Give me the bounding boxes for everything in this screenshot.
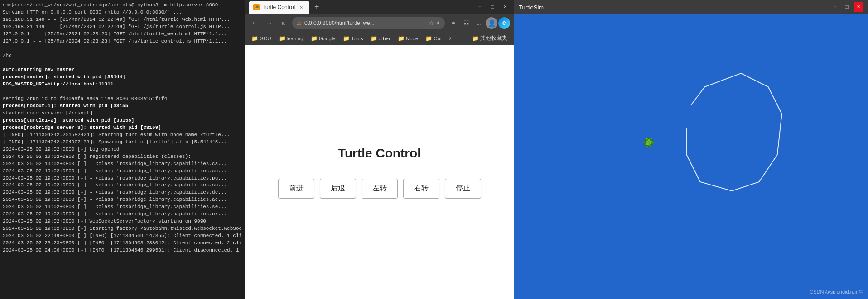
terminal-line: 2024-03-25 02:19:02+0800 [-] WebSocketSe… xyxy=(3,218,242,225)
turtlesim-titlebar: TurtleSim − □ × xyxy=(514,0,868,14)
terminal-line: 2024-03-25 02:19:02+0800 [-] - <class 'r… xyxy=(3,168,242,175)
terminal-line: ROS_MASTER_URI=http://localhost:11311 xyxy=(3,81,242,88)
tab-favicon: 🐢 xyxy=(253,4,260,10)
turn-left-button[interactable]: 左转 xyxy=(362,179,398,199)
back-button[interactable]: ← xyxy=(249,17,260,29)
more-button[interactable]: … xyxy=(473,17,485,29)
terminal-line: 2024-03-25 02:22:49+0800 [-] [INFO] [171… xyxy=(3,233,242,240)
bookmark-tools-icon: 📁 xyxy=(343,35,350,42)
bookmark-node-icon: 📁 xyxy=(398,35,405,42)
terminal-line: 2024-03-25 02:19:02+0800 [-] - <class 'r… xyxy=(3,211,242,218)
collections-icon[interactable]: ✦ xyxy=(436,20,440,26)
backward-button[interactable]: 后退 xyxy=(320,179,356,199)
terminal-line: process[master]: started with pid [33144… xyxy=(3,74,242,81)
bookmark-leaning-icon: 📁 xyxy=(279,35,285,42)
webpage-title: Turtle Control xyxy=(338,146,421,161)
profile-button[interactable]: 👤 xyxy=(486,17,497,29)
terminal-line: process[rosout-1]: started with pid [331… xyxy=(3,103,242,110)
favorites-button[interactable]: ● xyxy=(448,17,459,29)
address-bar[interactable]: ⚠ 0.0.0.0:8080/html/turtle_we... ☆ ✦ xyxy=(292,17,445,29)
terminal-line: 2024-03-25 02:19:02+0800 [-] - <class 'r… xyxy=(3,189,242,196)
terminal-line: 2024-03-25 02:19:02+0800 [-] Starting fa… xyxy=(3,225,242,233)
turtlesim-title: TurtleSim xyxy=(519,4,544,11)
new-tab-button[interactable]: + xyxy=(311,2,322,13)
bookmark-other[interactable]: 📁 other xyxy=(368,34,393,43)
address-text: 0.0.0.0:8080/html/turtle_we... xyxy=(304,20,426,26)
terminal-line: 127.0.0.1 - - [25/Mar/2024 02:23:23] "GE… xyxy=(3,31,242,38)
terminal-line: 2024-03-25 02:19:02+0800 [-] - <class 'r… xyxy=(3,196,242,204)
browser-pane: 🐢 Turtle Control × + − □ × ← → ↻ ⚠ 0.0.0… xyxy=(245,0,514,299)
bookmark-others-folder[interactable]: 📁 其他收藏夹 xyxy=(469,34,510,43)
forward-button[interactable]: 前进 xyxy=(278,179,314,199)
bookmarks-more-button[interactable]: › xyxy=(446,34,454,43)
terminal-line: 2024-03-25 02:19:02+0800 [-] - <class 'r… xyxy=(3,182,242,189)
turtle-path-svg xyxy=(514,14,868,299)
tab-title: Turtle Control xyxy=(262,4,295,10)
bookmark-others-icon: 📁 xyxy=(472,35,479,42)
turtlesim-pane: TurtleSim − □ × xyxy=(514,0,868,299)
terminal-line: sms@sms:~/test_ws/src/web_rosbridge/scri… xyxy=(3,2,242,9)
terminal-line: setting /run_id to fd40aafa-ea0a-11ee-8c… xyxy=(3,95,242,103)
svg-point-10 xyxy=(649,138,652,140)
bookmark-google[interactable]: 📁 Google xyxy=(308,34,338,43)
bookmarks-bar: 📁 GCU 📁 leaning 📁 Google 📁 Tools 📁 other… xyxy=(245,32,514,45)
terminal-line: 2024-03-25 02:19:02+0800 [-] Log opened. xyxy=(3,146,242,153)
forward-button[interactable]: → xyxy=(263,17,275,29)
bookmark-node[interactable]: 📁 Node xyxy=(395,34,421,43)
terminal-line: process[rosbridge_server-3]: started wit… xyxy=(3,124,242,132)
terminal-line: 2024-03-25 02:19:02+0800 [-] registered … xyxy=(3,153,242,161)
bookmark-cut[interactable]: 📁 Cut xyxy=(423,34,444,43)
webpage-content: Turtle Control 前进 后退 左转 右转 停止 xyxy=(245,45,514,299)
bookmark-gcu[interactable]: 📁 GCU xyxy=(249,34,274,43)
terminal-line: Serving HTTP on 0.0.0.0 port 8080 (http:… xyxy=(3,9,242,16)
address-bar-row: ← → ↻ ⚠ 0.0.0.0:8080/html/turtle_we... ☆… xyxy=(245,14,514,32)
ts-minimize-button[interactable]: − xyxy=(830,2,840,12)
star-icon[interactable]: ☆ xyxy=(429,20,434,26)
control-buttons-group: 前进 后退 左转 右转 停止 xyxy=(278,179,481,199)
bookmark-google-icon: 📁 xyxy=(311,35,318,42)
toolbar-buttons: ● ☷ … 👤 e xyxy=(448,17,510,29)
ts-maximize-button[interactable]: □ xyxy=(842,2,852,12)
terminal-line: auto-starting new master xyxy=(3,66,242,74)
terminal-line: 2024-03-25 02:23:23+0800 [-] [INFO] [171… xyxy=(3,240,242,247)
terminal-line: process[turtle1-2]: started with pid [33… xyxy=(3,117,242,124)
terminal-line: 2024-03-25 02:19:02+0800 [-] - <class 'r… xyxy=(3,161,242,168)
csdn-watermark: CSDN @splendid.rain生 xyxy=(810,289,863,295)
terminal-line: 192.168.31.149 - - [25/Mar/2024 02:22:49… xyxy=(3,24,242,31)
bookmark-leaning[interactable]: 📁 leaning xyxy=(276,34,306,43)
reading-view-button[interactable]: ☷ xyxy=(460,17,472,29)
turtlesim-window-controls: − □ × xyxy=(830,2,863,12)
ts-close-button[interactable]: × xyxy=(854,2,863,12)
bookmark-tools[interactable]: 📁 Tools xyxy=(340,34,366,43)
terminal-pane: sms@sms:~/test_ws/src/web_rosbridge/scri… xyxy=(0,0,245,299)
minimize-button[interactable]: − xyxy=(475,2,485,12)
terminal-line: /ho xyxy=(3,52,242,60)
bookmark-gcu-icon: 📁 xyxy=(251,35,258,42)
bookmark-cut-icon: 📁 xyxy=(425,35,432,42)
turtlesim-canvas: CSDN @splendid.rain生 xyxy=(514,14,868,299)
turn-right-button[interactable]: 右转 xyxy=(403,179,439,199)
terminal-line: 2024-03-25 02:19:02+0800 [-] - <class 'r… xyxy=(3,204,242,211)
terminal-line: 2024-03-25 02:24:06+0800 [-] [INFO] [171… xyxy=(3,247,242,254)
window-controls: − □ × xyxy=(475,2,510,12)
browser-chrome: 🐢 Turtle Control × + − □ × ← → ↻ ⚠ 0.0.0… xyxy=(245,0,514,45)
tab-strip: 🐢 Turtle Control × + xyxy=(249,0,322,14)
address-icons: ☆ ✦ xyxy=(429,20,440,26)
terminal-line xyxy=(3,45,242,52)
edge-logo: e xyxy=(498,17,510,29)
terminal-line xyxy=(3,88,242,95)
terminal-line: 2024-03-25 02:19:02+0800 [-] - <class 'r… xyxy=(3,175,242,182)
terminal-line: started core service [/rosout] xyxy=(3,110,242,117)
terminal-line xyxy=(3,60,242,67)
refresh-button[interactable]: ↻ xyxy=(278,17,289,29)
bookmark-other-icon: 📁 xyxy=(371,35,377,42)
browser-titlebar: 🐢 Turtle Control × + − □ × xyxy=(245,0,514,14)
tab-close-button[interactable]: × xyxy=(298,4,305,11)
terminal-line: [ INFO] [1711304342.204907138]: Spawning… xyxy=(3,139,242,146)
close-button[interactable]: × xyxy=(500,2,510,12)
stop-button[interactable]: 停止 xyxy=(445,179,481,199)
maximize-button[interactable]: □ xyxy=(487,2,497,12)
active-tab[interactable]: 🐢 Turtle Control × xyxy=(249,1,309,14)
tab-bar: 🐢 Turtle Control × + xyxy=(249,0,322,14)
terminal-line: 127.0.0.1 - - [25/Mar/2024 02:23:23] "GE… xyxy=(3,38,242,45)
